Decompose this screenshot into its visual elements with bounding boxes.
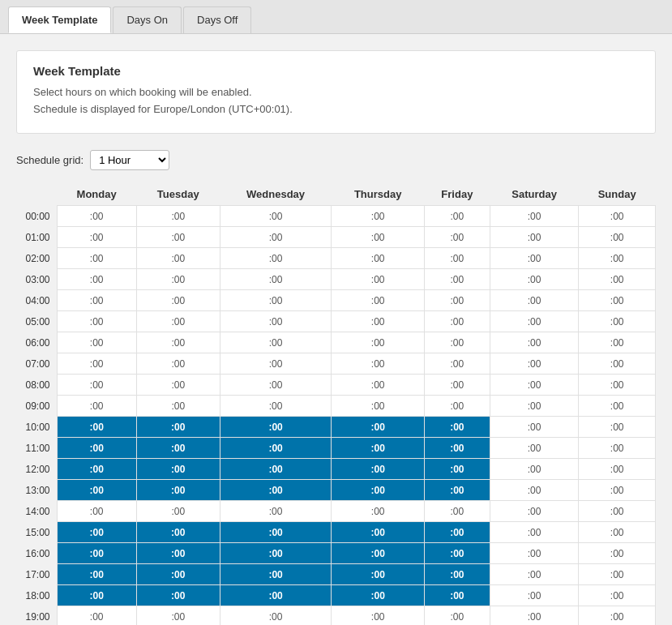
schedule-cell[interactable]: :00: [332, 290, 424, 311]
schedule-cell[interactable]: :00: [490, 585, 579, 606]
schedule-cell[interactable]: :00: [490, 480, 579, 501]
schedule-cell[interactable]: :00: [57, 522, 136, 543]
schedule-cell[interactable]: :00: [57, 438, 136, 459]
schedule-cell[interactable]: :00: [424, 480, 490, 501]
schedule-cell[interactable]: :00: [57, 501, 136, 522]
schedule-cell[interactable]: :00: [57, 417, 136, 438]
schedule-cell[interactable]: :00: [136, 417, 220, 438]
schedule-cell[interactable]: :00: [490, 290, 579, 311]
schedule-cell[interactable]: :00: [490, 375, 579, 396]
schedule-cell[interactable]: :00: [220, 353, 332, 375]
schedule-cell[interactable]: :00: [57, 269, 136, 290]
schedule-cell[interactable]: :00: [136, 480, 220, 501]
schedule-cell[interactable]: :00: [579, 480, 656, 501]
schedule-cell[interactable]: :00: [579, 522, 656, 543]
schedule-cell[interactable]: :00: [332, 248, 424, 269]
schedule-cell[interactable]: :00: [332, 606, 424, 626]
schedule-cell[interactable]: :00: [220, 480, 332, 501]
schedule-cell[interactable]: :00: [490, 606, 579, 626]
schedule-cell[interactable]: :00: [490, 332, 579, 353]
schedule-cell[interactable]: :00: [136, 227, 220, 248]
schedule-cell[interactable]: :00: [57, 564, 136, 585]
schedule-grid-select[interactable]: 30 Minutes 1 Hour 2 Hours: [90, 150, 169, 170]
schedule-cell[interactable]: :00: [424, 269, 490, 290]
schedule-cell[interactable]: :00: [57, 396, 136, 417]
schedule-cell[interactable]: :00: [136, 564, 220, 585]
schedule-cell[interactable]: :00: [220, 459, 332, 480]
schedule-cell[interactable]: :00: [57, 459, 136, 480]
schedule-cell[interactable]: :00: [579, 311, 656, 332]
schedule-cell[interactable]: :00: [424, 206, 490, 227]
schedule-cell[interactable]: :00: [490, 522, 579, 543]
schedule-cell[interactable]: :00: [220, 543, 332, 564]
schedule-cell[interactable]: :00: [220, 585, 332, 606]
schedule-cell[interactable]: :00: [579, 396, 656, 417]
schedule-cell[interactable]: :00: [424, 501, 490, 522]
schedule-cell[interactable]: :00: [220, 311, 332, 332]
schedule-cell[interactable]: :00: [136, 375, 220, 396]
schedule-cell[interactable]: :00: [424, 459, 490, 480]
schedule-cell[interactable]: :00: [136, 332, 220, 353]
schedule-cell[interactable]: :00: [490, 311, 579, 332]
schedule-cell[interactable]: :00: [332, 417, 424, 438]
schedule-cell[interactable]: :00: [332, 396, 424, 417]
schedule-cell[interactable]: :00: [579, 543, 656, 564]
schedule-cell[interactable]: :00: [57, 332, 136, 353]
schedule-cell[interactable]: :00: [220, 332, 332, 353]
schedule-cell[interactable]: :00: [579, 606, 656, 626]
schedule-cell[interactable]: :00: [490, 206, 579, 227]
schedule-cell[interactable]: :00: [136, 585, 220, 606]
schedule-cell[interactable]: :00: [57, 480, 136, 501]
schedule-cell[interactable]: :00: [220, 227, 332, 248]
schedule-cell[interactable]: :00: [424, 375, 490, 396]
schedule-cell[interactable]: :00: [332, 353, 424, 375]
schedule-cell[interactable]: :00: [136, 269, 220, 290]
schedule-cell[interactable]: :00: [332, 564, 424, 585]
schedule-cell[interactable]: :00: [424, 227, 490, 248]
schedule-cell[interactable]: :00: [57, 248, 136, 269]
schedule-cell[interactable]: :00: [57, 585, 136, 606]
schedule-cell[interactable]: :00: [136, 543, 220, 564]
schedule-cell[interactable]: :00: [579, 206, 656, 227]
schedule-cell[interactable]: :00: [220, 396, 332, 417]
schedule-cell[interactable]: :00: [136, 522, 220, 543]
schedule-cell[interactable]: :00: [220, 269, 332, 290]
schedule-cell[interactable]: :00: [579, 501, 656, 522]
schedule-cell[interactable]: :00: [332, 332, 424, 353]
schedule-cell[interactable]: :00: [220, 290, 332, 311]
schedule-cell[interactable]: :00: [136, 311, 220, 332]
schedule-cell[interactable]: :00: [57, 227, 136, 248]
schedule-cell[interactable]: :00: [424, 606, 490, 626]
schedule-cell[interactable]: :00: [490, 353, 579, 375]
schedule-cell[interactable]: :00: [332, 501, 424, 522]
schedule-cell[interactable]: :00: [424, 396, 490, 417]
schedule-cell[interactable]: :00: [579, 585, 656, 606]
tab-days-off[interactable]: Days Off: [183, 6, 251, 33]
schedule-cell[interactable]: :00: [332, 522, 424, 543]
schedule-cell[interactable]: :00: [332, 311, 424, 332]
schedule-cell[interactable]: :00: [220, 438, 332, 459]
schedule-cell[interactable]: :00: [136, 353, 220, 375]
schedule-cell[interactable]: :00: [424, 585, 490, 606]
schedule-cell[interactable]: :00: [136, 248, 220, 269]
schedule-cell[interactable]: :00: [579, 248, 656, 269]
schedule-cell[interactable]: :00: [490, 459, 579, 480]
schedule-cell[interactable]: :00: [332, 227, 424, 248]
schedule-cell[interactable]: :00: [220, 375, 332, 396]
schedule-cell[interactable]: :00: [579, 227, 656, 248]
schedule-cell[interactable]: :00: [332, 585, 424, 606]
schedule-cell[interactable]: :00: [424, 248, 490, 269]
schedule-cell[interactable]: :00: [57, 290, 136, 311]
schedule-cell[interactable]: :00: [136, 606, 220, 626]
schedule-cell[interactable]: :00: [136, 459, 220, 480]
schedule-cell[interactable]: :00: [424, 522, 490, 543]
schedule-cell[interactable]: :00: [57, 311, 136, 332]
schedule-cell[interactable]: :00: [57, 375, 136, 396]
schedule-cell[interactable]: :00: [332, 480, 424, 501]
schedule-cell[interactable]: :00: [424, 438, 490, 459]
schedule-cell[interactable]: :00: [332, 206, 424, 227]
tab-week-template[interactable]: Week Template: [8, 6, 111, 33]
schedule-cell[interactable]: :00: [490, 248, 579, 269]
schedule-cell[interactable]: :00: [490, 543, 579, 564]
schedule-cell[interactable]: :00: [220, 606, 332, 626]
